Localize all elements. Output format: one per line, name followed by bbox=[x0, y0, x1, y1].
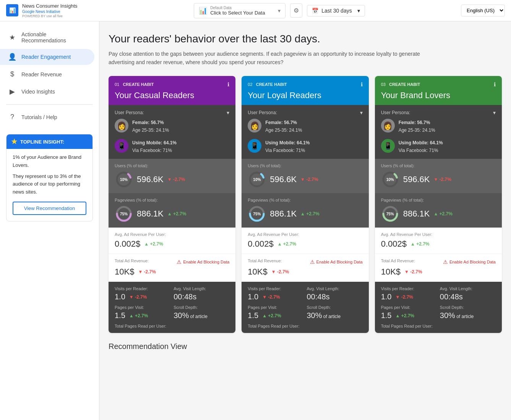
card-number-1: 02 CREATE HABIT bbox=[248, 82, 287, 87]
persona-label-1: User Persona: bbox=[248, 110, 277, 115]
bottom-metrics-1: Visits per Reader: 1.0 ▼ -2.7% Avg. Visi… bbox=[242, 282, 368, 333]
delta-0: ▼ -2.7% bbox=[129, 294, 147, 300]
pageviews-label-1: Pageviews (% of total): bbox=[248, 198, 362, 202]
pageviews-section-2: Pageviews (% of total): 75% 886.1K ▲ +2.… bbox=[375, 193, 502, 228]
pageviews-row-2: 75% 886.1K ▲ +2.7% bbox=[381, 205, 496, 223]
scroll-value-1: 30% of article bbox=[307, 311, 362, 320]
habit-card-0: 01 CREATE HABIT ℹ Your Casual Readers Us… bbox=[109, 76, 235, 333]
scroll-cell-2: Scroll Depth: 30% of article bbox=[440, 305, 496, 320]
cards-row: 01 CREATE HABIT ℹ Your Casual Readers Us… bbox=[109, 76, 502, 333]
logo-subtitle: Google News Initiative bbox=[22, 9, 78, 14]
sidebar-item-revenue[interactable]: $ Reader Revenue bbox=[0, 66, 94, 82]
persona-details-1: 👩 Female: 56.7% Age 25-35: 24.1% bbox=[248, 119, 362, 134]
scroll-label-0: Scroll Depth: bbox=[174, 305, 229, 310]
avg-ad-value-1: 0.002$ bbox=[248, 239, 273, 249]
person-icon: 👤 bbox=[8, 53, 17, 61]
enable-ad-button-1[interactable]: ⚠ Enable Ad Blocking Data bbox=[310, 259, 363, 265]
total-ad-value-0: 10K$ bbox=[115, 267, 134, 277]
pages-cell-2: Pages per Visit: 1.5 ▲ +2.7% bbox=[381, 305, 437, 320]
persona-avatar-2: 👩 bbox=[381, 119, 395, 132]
date-selector[interactable]: 📅 Last 30 days ▾ bbox=[307, 5, 365, 16]
sidebar-item-engagement[interactable]: 👤 Reader Engagement bbox=[0, 49, 94, 65]
card-number-2: 03 CREATE HABIT bbox=[381, 82, 420, 87]
sidebar-label-video: Video Insights bbox=[21, 89, 55, 95]
total-ad-label-0: Total Ad Revenue: bbox=[115, 258, 149, 263]
chevron-down-icon: ▾ bbox=[278, 8, 281, 14]
card-title-2: Your Brand Lovers bbox=[381, 90, 496, 100]
info-icon-0[interactable]: ℹ bbox=[227, 81, 229, 87]
dollar-icon: $ bbox=[8, 70, 17, 78]
persona-female-0: Female: 56.7% bbox=[132, 119, 169, 126]
total-ad-label-1: Total Ad Revenue: bbox=[248, 258, 282, 263]
enable-ad-label-1: Enable Ad Blocking Data bbox=[316, 260, 363, 264]
device-icon-2: 📱 bbox=[381, 139, 395, 153]
users-donut-2: 10% bbox=[381, 170, 399, 189]
avg-visit-label-1: Avg. Visit Length: bbox=[307, 286, 362, 291]
sidebar-label-actionable: Actionable Recommendations bbox=[21, 31, 87, 44]
pages-row-0: 1.5 ▲ +2.7% bbox=[115, 311, 170, 320]
app-layout: ★ Actionable Recommendations 👤 Reader En… bbox=[0, 21, 511, 420]
persona-mobile-2: Using Mobile: 64.1% bbox=[399, 139, 443, 147]
card-persona-0: User Persona: ▾ 👩 Female: 56.7% Age 25-3… bbox=[109, 105, 235, 159]
avg-ad-label-2: Avg. Ad Revenue Per User: bbox=[381, 232, 496, 237]
delta-0: ▼ -2.7% bbox=[138, 269, 156, 275]
warning-icon-2: ⚠ bbox=[443, 259, 448, 265]
persona-arrow-1[interactable]: ▾ bbox=[360, 110, 363, 116]
sidebar-item-actionable[interactable]: ★ Actionable Recommendations bbox=[0, 27, 94, 47]
sidebar-item-video[interactable]: ▶ Video Insights bbox=[0, 84, 94, 100]
pageviews-pct-2: 75% bbox=[386, 212, 394, 216]
persona-arrow-2[interactable]: ▾ bbox=[493, 110, 496, 116]
persona-label-0: User Persona: bbox=[115, 110, 144, 115]
visits-cell-2: Visits per Reader: 1.0 ▼ -2.7% bbox=[381, 286, 437, 301]
pageviews-pct-0: 75% bbox=[120, 212, 128, 216]
info-icon-1[interactable]: ℹ bbox=[361, 81, 363, 87]
recommendation-section: Recommendation View bbox=[109, 342, 502, 351]
language-selector[interactable]: English (US) bbox=[461, 5, 505, 16]
delta-1: ▼ -2.7% bbox=[262, 294, 280, 300]
scroll-cell-1: Scroll Depth: 30% of article bbox=[307, 305, 362, 320]
users-pct-0: 10% bbox=[120, 178, 128, 182]
habit-card-2: 03 CREATE HABIT ℹ Your Brand Lovers User… bbox=[375, 76, 502, 333]
total-ad-label-2: Total Ad Revenue: bbox=[381, 258, 415, 263]
total-pages-label-0: Total Pages Read per User: bbox=[115, 324, 229, 328]
logo-icon: 📊 bbox=[6, 4, 18, 16]
users-section-2: Users (% of total): 10% 596.6K ▼ -2.7% bbox=[375, 159, 502, 193]
pageviews-donut-0: 75% bbox=[115, 205, 133, 223]
users-section-1: Users (% of total): 10% 596.6K ▼ -2.7% bbox=[242, 159, 368, 193]
enable-ad-label-2: Enable Ad Blocking Data bbox=[449, 260, 496, 264]
persona-fb-2: Via Facebook: 71% bbox=[399, 147, 443, 154]
enable-ad-button-2[interactable]: ⚠ Enable Ad Blocking Data bbox=[443, 259, 496, 265]
avg-visit-cell-1: Avg. Visit Length: 00:48s bbox=[307, 286, 362, 301]
info-icon-2[interactable]: ℹ bbox=[494, 81, 496, 87]
data-selector[interactable]: 📊 Default Data Click to Select Your Data… bbox=[194, 3, 286, 18]
topbar: 📊 News Consumer Insights Google News Ini… bbox=[0, 0, 511, 21]
users-label-2: Users (% of total): bbox=[381, 163, 496, 168]
topline-body-2: They represent up to 3% of the audience … bbox=[13, 173, 86, 196]
view-recommendation-button[interactable]: View Recommendation bbox=[13, 202, 86, 215]
pages-value-0: 1.5 bbox=[115, 311, 125, 320]
delta-1: ▲ +2.7% bbox=[262, 313, 281, 318]
scroll-label-1: Scroll Depth: bbox=[307, 305, 362, 310]
enable-ad-button-0[interactable]: ⚠ Enable Ad Blocking Data bbox=[177, 259, 229, 265]
pages-cell-1: Pages per Visit: 1.5 ▲ +2.7% bbox=[248, 305, 303, 320]
pages-row-1: 1.5 ▲ +2.7% bbox=[248, 311, 303, 320]
delta-0: ▲ +2.7% bbox=[167, 211, 187, 216]
users-row-2: 10% 596.6K ▼ -2.7% bbox=[381, 170, 496, 189]
avg-visit-cell-0: Avg. Visit Length: 00:48s bbox=[174, 286, 229, 301]
users-label-0: Users (% of total): bbox=[115, 163, 229, 168]
persona-age-0: Age 25-35: 24.1% bbox=[132, 126, 169, 134]
users-row-0: 10% 596.6K ▼ -2.7% bbox=[115, 170, 229, 189]
avg-ad-row-1: 0.002$ ▲ +2.7% bbox=[248, 239, 362, 249]
persona-arrow-0[interactable]: ▾ bbox=[227, 110, 229, 116]
pageviews-row-1: 75% 886.1K ▲ +2.7% bbox=[248, 205, 362, 223]
persona-device-1: 📱 Using Mobile: 64.1% Via Facebook: 71% bbox=[248, 139, 362, 155]
sidebar-item-tutorials[interactable]: ? Tutorials / Help bbox=[0, 109, 94, 125]
sidebar-label-engagement: Reader Engagement bbox=[21, 54, 71, 60]
persona-stats-2: Female: 56.7% Age 25-35: 24.1% bbox=[399, 119, 435, 134]
enable-ad-label-0: Enable Ad Blocking Data bbox=[183, 260, 229, 264]
pages-value-2: 1.5 bbox=[381, 311, 392, 320]
avg-visit-label-2: Avg. Visit Length: bbox=[440, 286, 496, 291]
settings-button[interactable]: ⚙ bbox=[290, 3, 302, 18]
persona-mobile-0: Using Mobile: 64.1% bbox=[132, 139, 177, 147]
pages-value-1: 1.5 bbox=[248, 311, 258, 320]
